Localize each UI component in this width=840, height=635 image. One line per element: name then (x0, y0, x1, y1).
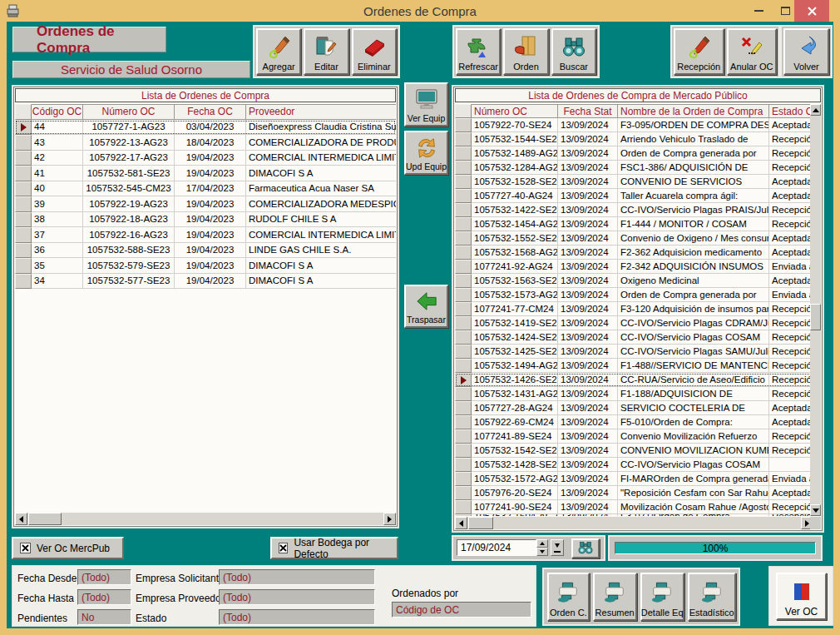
table-row[interactable]: 1057532-1284-AG2413/09/2024FSC1-386/ ADQ… (455, 161, 813, 175)
table-row[interactable]: 1057532-1422-SE2413/09/2024CC-IVO/Servic… (455, 203, 813, 217)
orden-c-button[interactable]: Orden C. (547, 573, 590, 621)
fecha-desde-field[interactable]: (Todo) (77, 569, 131, 585)
table-row[interactable]: 341057532-577-SE2319/04/2023DIMACOFI S A (15, 274, 396, 290)
scrollbar-thumb[interactable] (468, 517, 493, 529)
column-header[interactable]: Número OC (83, 104, 175, 120)
table-row[interactable]: 391057922-19-AG2319/04/2023COMERCIALIZAD… (15, 196, 396, 212)
pendientes-field[interactable]: No (77, 609, 131, 625)
date-spin-up-button[interactable] (536, 539, 548, 548)
table-row[interactable]: 1057922-69-CM2413/09/2024F5-010/Orden de… (455, 415, 813, 429)
search-date-button[interactable] (571, 538, 600, 558)
column-header[interactable]: Nombre de la Orden de Compra (618, 104, 769, 118)
table-row[interactable]: 371057922-16-AG2319/04/2023COMERCIAL INT… (15, 227, 396, 243)
table-row[interactable]: 1057532-1428-SE2413/09/2024CC-IVO/Servic… (455, 458, 813, 472)
table-row[interactable]: 1057532-1568-AG2413/09/2024F2-362 Adquis… (455, 246, 813, 260)
table-row[interactable]: 1057727-40-AG2413/09/2024Taller Acuarela… (455, 189, 813, 203)
table-row[interactable]: 1057532-1544-SE2413/09/2024Arriendo Vehi… (455, 132, 813, 146)
usar-bodega-checkbox[interactable]: Usar Bodega por Defecto (270, 537, 398, 559)
table-row[interactable]: 1057532-1494-AG2413/09/2024F1-488//SERVI… (455, 359, 813, 373)
table-row[interactable]: 361057532-588-SE2319/04/2023LINDE GAS CH… (15, 243, 396, 259)
app-window: Ordenes de Compra Ordenes de Compra Serv… (0, 0, 840, 635)
table-row[interactable]: 1057532-1426-SE2413/09/2024CC-RUA/Servic… (455, 373, 813, 387)
ordenados-por-field[interactable]: Código de OC (392, 602, 531, 618)
resumen-button[interactable]: Resumen (593, 573, 637, 621)
table-row[interactable]: 1057532-1424-SE2413/09/2024CC-IVO/Servic… (455, 330, 813, 345)
grid-cell: 19/04/2023 (175, 166, 246, 181)
column-header[interactable]: Fecha OC (175, 104, 246, 120)
table-row[interactable]: 1057532-1552-SE2413/09/2024Convenio de O… (455, 231, 813, 246)
maximize-button[interactable] (773, 0, 797, 22)
date-spin-down-button[interactable] (536, 548, 548, 556)
empresa-proveedora-field[interactable]: (Todo) (219, 589, 375, 605)
date-dropdown-button[interactable] (551, 539, 564, 556)
grid-cell: Aceptada (769, 401, 813, 415)
table-row[interactable]: 1077241-77-CM2413/09/2024 F3-120 Adquisi… (455, 302, 813, 316)
grid-cell: Recepción (769, 345, 813, 359)
empresa-solicitante-field[interactable]: (Todo) (219, 569, 375, 585)
refresh-arrows-icon (414, 134, 439, 161)
table-row[interactable]: 1057532-1528-SE2413/09/2024CONVENIO DE S… (455, 175, 813, 189)
close-button[interactable] (794, 0, 829, 22)
estadistico-button[interactable]: Estadístico (688, 573, 736, 621)
table-row[interactable]: 1057532-1572-AG2413/09/2024FI-MAROrden d… (455, 472, 813, 486)
table-row[interactable]: 1057976-20-SE2413/09/2024"Reposición Ces… (455, 486, 813, 500)
table-row[interactable]: 421057922-17-AG2319/04/2023COMERCIAL INT… (15, 151, 396, 166)
table-row[interactable]: 1057532-1542-SE2413/09/2024CONVENIO MOVI… (455, 444, 813, 458)
column-header[interactable]: Número OC (472, 104, 558, 118)
volver-button[interactable]: Volver (783, 28, 829, 75)
refrescar-button[interactable]: Refrescar (456, 28, 501, 75)
minimize-button[interactable] (747, 0, 770, 22)
right-grid-hscrollbar[interactable] (455, 517, 813, 529)
table-row[interactable]: 441057727-1-AG2303/04/2023Diseñoexpress … (15, 120, 396, 136)
table-row[interactable]: 1057532-1425-SE2413/09/2024CC-IVO/Servic… (455, 345, 813, 359)
table-row[interactable]: 1077241-92-AG2413/09/2024F2-342 ADQUISIC… (455, 260, 813, 274)
scroll-up-button[interactable] (810, 104, 821, 116)
table-row[interactable]: 1057532-1573-AG2413/09/2024Orden de Comp… (455, 288, 813, 302)
traspasar-button[interactable]: Traspasar (404, 285, 448, 328)
table-row[interactable]: 1057532-1431-AG2413/09/2024F1-188/ADQUIS… (455, 387, 813, 401)
column-header[interactable]: Código OC (32, 104, 83, 120)
scrollbar-thumb[interactable] (28, 513, 62, 525)
recepcion-button[interactable]: Recepción (674, 28, 724, 75)
table-row[interactable]: 1057727-28-AG2413/09/2024SERVICIO COCTEL… (455, 401, 813, 415)
fecha-hasta-field[interactable]: (Todo) (77, 589, 131, 605)
table-row[interactable]: 431057922-13-AG2318/04/2023COMERCIALIZAD… (15, 135, 396, 151)
table-row[interactable]: 1057532-1454-AG2413/09/2024F1-444 / MONI… (455, 217, 813, 231)
table-row[interactable]: 351057532-579-SE2319/04/2023DIMACOFI S A (15, 258, 396, 274)
anular-oc-button[interactable]: Anular OC (727, 28, 778, 75)
table-row[interactable]: 1077241-89-SE2413/09/2024Convenio Movili… (455, 429, 813, 444)
scroll-left-button[interactable] (455, 517, 467, 529)
scroll-down-button[interactable] (810, 504, 821, 516)
ver-oc-mercpub-checkbox[interactable]: Ver Oc MercPub (12, 537, 124, 559)
estado-field[interactable]: (Todo) (219, 609, 375, 625)
orden-button[interactable]: Orden (503, 28, 548, 75)
scroll-right-button[interactable] (383, 513, 396, 525)
column-header[interactable]: Proveedor (246, 104, 396, 120)
table-row[interactable]: 1077241-90-SE2413/09/2024Movilización Co… (455, 500, 813, 514)
table-row[interactable]: 1057532-1604-AG2413/09/2024F3-071/Orden … (455, 514, 813, 516)
table-row[interactable]: 401057532-545-CM2317/04/2023Farmaceutica… (15, 181, 396, 197)
scroll-left-button[interactable] (15, 513, 27, 525)
table-row[interactable]: 381057922-18-AG2319/04/2023RUDOLF CHILE … (15, 212, 396, 228)
ver-oc-button[interactable]: Ver OC (776, 573, 827, 620)
table-row[interactable]: 1057922-70-SE2413/09/2024F3-095/ORDEN DE… (455, 118, 813, 132)
editar-button[interactable]: Editar (304, 28, 348, 75)
buscar-button[interactable]: Buscar (551, 28, 596, 75)
date-input[interactable]: 17/09/2024 (457, 539, 536, 556)
column-header[interactable]: Estado OC (769, 104, 813, 118)
agregar-button[interactable]: Agregar (256, 28, 301, 75)
left-grid-hscrollbar[interactable] (15, 513, 396, 525)
table-row[interactable]: 1057532-1419-SE2413/09/2024CC-IVO/Servic… (455, 316, 813, 330)
right-grid-vscrollbar[interactable] (810, 104, 821, 516)
column-header[interactable]: Fecha Stat (558, 104, 618, 118)
table-row[interactable]: 411057532-581-SE2319/04/2023DIMACOFI S A (15, 166, 396, 181)
scrollbar-thumb[interactable] (810, 304, 821, 330)
eliminar-button[interactable]: Eliminar (352, 28, 397, 75)
grid-cell: Arriendo Vehiculo Traslado de (618, 132, 769, 146)
upd-equip-button[interactable]: Upd Equip (404, 131, 448, 175)
table-row[interactable]: 1057532-1563-SE2413/09/2024Oxigeno Medic… (455, 274, 813, 288)
grid-cell: COMERCIAL INTERMEDICA LIMITADA (246, 151, 396, 166)
detalle-eq-button[interactable]: Detalle Eq (640, 573, 684, 621)
ver-equip-button[interactable]: Ver Equip (404, 82, 448, 127)
table-row[interactable]: 1057532-1489-AG2413/09/2024Orden de Comp… (455, 146, 813, 161)
